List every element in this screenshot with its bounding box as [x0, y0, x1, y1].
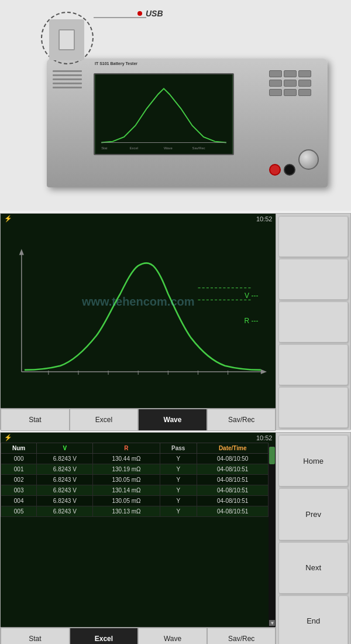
- table-cell: 6.8243 V: [37, 485, 93, 496]
- table-side-buttons: Home Prev Next End: [276, 433, 350, 644]
- wave-panel-main: ⚡ 10:52 www.tehencom.com: [1, 214, 276, 430]
- table-panel-main: ⚡ 10:52 Num V R Pass Date/Time 0006.8243…: [1, 433, 276, 644]
- table-cell: 005: [1, 506, 37, 517]
- table-cell: Y: [160, 464, 197, 475]
- device-body: IT S101 Battery Tester Stat Excel Wave S…: [47, 59, 328, 187]
- device-ports: [269, 164, 295, 176]
- table-cell: 04-08/10:51: [197, 506, 269, 517]
- table-cell: Y: [160, 485, 197, 496]
- table-cell: 130.05 mΩ: [93, 475, 160, 485]
- table-scrollbar[interactable]: ▼: [269, 446, 276, 627]
- table-cell: 130.19 mΩ: [93, 464, 160, 475]
- svg-text:Stat: Stat: [101, 146, 108, 150]
- wave-wave-button[interactable]: Wave: [138, 409, 207, 431]
- table-display: ⚡ 10:52 Num V R Pass Date/Time 0006.8243…: [1, 433, 276, 627]
- x-label-2: μ-σ: [102, 407, 111, 408]
- r-label: R ---: [244, 317, 258, 325]
- th-v: V: [37, 443, 93, 454]
- wave-panel-buttons: Stat Excel Wave Sav/Rec: [1, 408, 276, 430]
- table-panel: ⚡ 10:52 Num V R Pass Date/Time 0006.8243…: [0, 432, 351, 644]
- usb-label: USB: [146, 9, 163, 18]
- device-model-label: IT S101 Battery Tester: [95, 61, 137, 66]
- table-topbar: ⚡ 10:52: [1, 433, 276, 443]
- table-savrec-button[interactable]: Sav/Rec: [207, 628, 276, 644]
- wave-excel-button[interactable]: Excel: [70, 409, 139, 431]
- table-cell: Y: [160, 496, 197, 506]
- wave-side-btn-3[interactable]: [278, 302, 348, 342]
- table-cell: Y: [160, 475, 197, 485]
- scrollbar-arrow-down[interactable]: ▼: [269, 620, 275, 626]
- svg-text:Wave: Wave: [164, 146, 173, 150]
- table-row: 0036.8243 V130.14 mΩY04-08/10:51: [1, 485, 269, 496]
- usb-icon-wave: ⚡: [4, 215, 12, 222]
- table-wave-button[interactable]: Wave: [138, 628, 207, 644]
- home-button[interactable]: Home: [278, 435, 348, 487]
- table-row: 0046.8243 V130.05 mΩY04-08/10:51: [1, 496, 269, 506]
- scrollbar-thumb: [269, 447, 275, 464]
- table-cell: 004: [1, 496, 37, 506]
- table-excel-button[interactable]: Excel: [70, 628, 139, 644]
- svg-rect-0: [95, 74, 232, 154]
- port-red: [269, 164, 281, 176]
- usb-icon-table: ⚡: [4, 434, 12, 441]
- th-num: Num: [1, 443, 37, 454]
- wave-chart: www.tehencom.com: [1, 224, 276, 408]
- table-cell: 04-08/10:51: [197, 496, 269, 506]
- table-cell: 6.8243 V: [37, 475, 93, 485]
- th-pass: Pass: [160, 443, 197, 454]
- table-cell: 002: [1, 475, 37, 485]
- wave-topbar: ⚡ 10:52: [1, 214, 276, 224]
- v-label: V ---: [245, 292, 258, 300]
- device-screen: Stat Excel Wave Sav/Rec: [94, 73, 234, 155]
- wave-side-btn-4[interactable]: [278, 344, 348, 385]
- device-vents: [53, 70, 82, 88]
- svg-marker-8: [19, 249, 24, 255]
- table-cell: 130.13 mΩ: [93, 506, 160, 517]
- wave-side-btn-1[interactable]: [278, 216, 348, 257]
- table-cell: 130.05 mΩ: [93, 496, 160, 506]
- wave-savrec-button[interactable]: Sav/Rec: [207, 409, 276, 431]
- device-section: IT S101 Battery Tester Stat Excel Wave S…: [0, 0, 351, 211]
- table-cell: 04-08/10:51: [197, 475, 269, 485]
- device-knob: [298, 149, 319, 170]
- x-label-0: μ-3σ: [26, 407, 37, 408]
- prev-button[interactable]: Prev: [278, 488, 348, 540]
- table-stat-button[interactable]: Stat: [1, 628, 70, 644]
- table-cell: 003: [1, 485, 37, 496]
- data-table: Num V R Pass Date/Time 0006.8243 V130.44…: [1, 443, 269, 517]
- table-cell: 000: [1, 454, 37, 464]
- x-label-1: μ-2σ: [64, 407, 75, 408]
- table-cell: 001: [1, 464, 37, 475]
- wave-side-btn-5[interactable]: [278, 387, 348, 428]
- x-label-3: μ: [137, 407, 140, 408]
- table-cell: 04-08/10:50: [197, 454, 269, 464]
- x-axis-labels: μ-3σ μ-2σ μ-σ μ μ+σ μ+2σ μ+3σ: [12, 407, 270, 408]
- x-label-5: μ+2σ: [205, 407, 217, 408]
- x-label-6: μ+3σ: [244, 407, 256, 408]
- table-cell: 6.8243 V: [37, 464, 93, 475]
- next-button[interactable]: Next: [278, 542, 348, 594]
- device-right-buttons: [269, 70, 322, 96]
- wave-panel: ⚡ 10:52 www.tehencom.com: [0, 213, 351, 430]
- table-cell: 6.8243 V: [37, 496, 93, 506]
- table-row: 0006.8243 V130.44 mΩY04-08/10:50: [1, 454, 269, 464]
- wave-side-btn-2[interactable]: [278, 259, 348, 300]
- usb-dot: [137, 11, 142, 16]
- table-row: 0016.8243 V130.19 mΩY04-08/10:51: [1, 464, 269, 475]
- table-cell: 130.44 mΩ: [93, 454, 160, 464]
- th-date: Date/Time: [197, 443, 269, 454]
- wave-time: 10:52: [256, 215, 273, 222]
- wave-side-buttons: [276, 214, 350, 430]
- table-time: 10:52: [256, 434, 273, 441]
- table-panel-buttons: Stat Excel Wave Sav/Rec: [1, 627, 276, 644]
- svg-text:Sav/Rec: Sav/Rec: [192, 146, 205, 150]
- table-cell: 04-08/10:51: [197, 485, 269, 496]
- end-button[interactable]: End: [278, 595, 348, 644]
- table-cell: 6.8243 V: [37, 506, 93, 517]
- x-label-4: μ+σ: [168, 407, 177, 408]
- wave-stat-button[interactable]: Stat: [1, 409, 70, 431]
- table-cell: Y: [160, 454, 197, 464]
- table-cell: 04-08/10:51: [197, 464, 269, 475]
- table-cell: 130.14 mΩ: [93, 485, 160, 496]
- th-r: R: [93, 443, 160, 454]
